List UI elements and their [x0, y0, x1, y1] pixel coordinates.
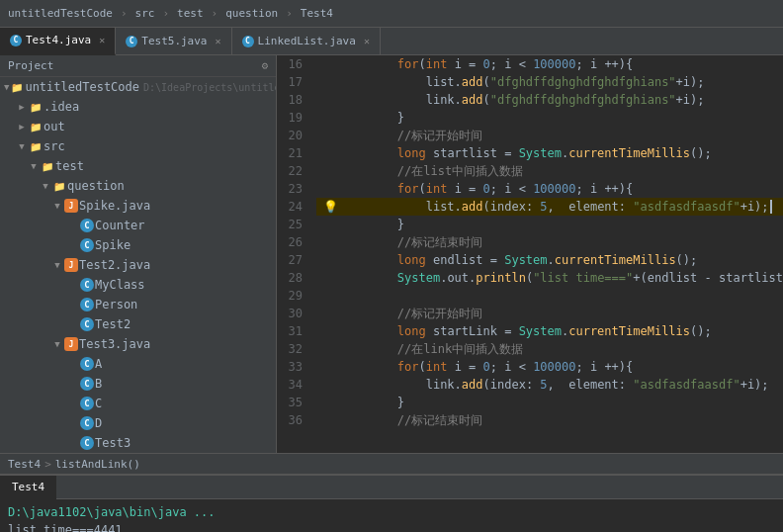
hint-bulb[interactable]: 💡 [320, 198, 340, 216]
code-line-34: link.add(index: 5, element: "asdfasdfaas… [316, 376, 783, 394]
code-line-31: long startLink = System.currentTimeMilli… [316, 322, 783, 340]
breadcrumb-test[interactable]: test [173, 5, 208, 22]
code-line-19: } [316, 109, 783, 127]
line-numbers: 16 17 18 19 20 21 22 23 24 25 26 27 28 2… [277, 55, 316, 453]
test3-java-icon: J [63, 336, 79, 352]
code-line-25: } [316, 216, 783, 233]
tab-test5-icon: C [126, 36, 137, 47]
tab-linkedlist[interactable]: C LinkedList.java ✕ [232, 28, 381, 55]
root-folder-icon: 📁 [9, 79, 25, 95]
tree-src[interactable]: ▼ 📁 src [0, 136, 276, 156]
idea-arrow: ▶ [16, 102, 28, 112]
test-folder-icon: 📁 [40, 158, 55, 174]
breadcrumb-src[interactable]: src [131, 5, 159, 22]
tree-test2-java[interactable]: ▼ J Test2.java [0, 255, 276, 275]
tree-person[interactable]: C Person [0, 295, 276, 314]
ln-20: 20 [277, 127, 308, 144]
tree-test3-class[interactable]: C Test3 [0, 433, 276, 453]
output-path: D:\java1102\java\bin\java ... [8, 505, 216, 519]
tree-class-d[interactable]: C D [0, 413, 276, 433]
test2-class-label: Test2 [95, 317, 130, 331]
tree-spike[interactable]: C Spike [0, 235, 276, 255]
tab-test4-label: Test4.java [26, 34, 91, 46]
code-line-20: //标记开始时间 [316, 127, 783, 144]
cursor [770, 200, 772, 214]
tree-root[interactable]: ▼ 📁 untitledTestCode D:\IdeaProjects\unt… [0, 77, 276, 97]
sidebar-actions: ⚙ [261, 59, 268, 72]
myclass-icon: C [79, 277, 95, 293]
status-sep: > [44, 458, 51, 471]
code-line-35: } [316, 394, 783, 411]
myclass-label: MyClass [95, 278, 145, 292]
code-line-29 [316, 287, 783, 305]
test3-java-label: Test3.java [79, 337, 150, 351]
spike-icon: C [79, 237, 95, 253]
idea-label: .idea [44, 100, 79, 114]
tab-test4-icon: C [10, 35, 22, 46]
tree-class-c[interactable]: C C [0, 394, 276, 413]
code-line-30: //标记开始时间 [316, 305, 783, 322]
ln-18: 18 [277, 91, 308, 109]
status-test4[interactable]: Test4 [8, 458, 41, 471]
ln-16: 16 [277, 55, 308, 73]
class-a-icon: C [79, 356, 95, 372]
code-line-28: System.out.println("list time==="+(endli… [316, 269, 783, 287]
code-line-22: //在list中间插入数据 [316, 162, 783, 180]
tab-test4[interactable]: C Test4.java ✕ [0, 28, 116, 55]
tree-class-b[interactable]: C B [0, 374, 276, 394]
tab-test4-close[interactable]: ✕ [99, 35, 105, 45]
src-folder-icon: 📁 [28, 138, 44, 154]
code-content[interactable]: for(int i = 0; i < 100000; i ++){ list.a… [316, 55, 783, 453]
code-line-16: for(int i = 0; i < 100000; i ++){ [316, 55, 783, 73]
tree-counter[interactable]: C Counter [0, 216, 276, 235]
code-editor[interactable]: 16 17 18 19 20 21 22 23 24 25 26 27 28 2… [277, 55, 783, 453]
tree-idea[interactable]: ▶ 📁 .idea [0, 97, 276, 117]
tree-test3-java[interactable]: ▼ J Test3.java [0, 334, 276, 354]
test3-class-label: Test3 [95, 436, 130, 450]
src-label: src [44, 139, 65, 153]
breadcrumb-untitled[interactable]: untitledTestCode [4, 5, 117, 22]
top-breadcrumb-bar: untitledTestCode › src › test › question… [0, 0, 783, 28]
code-line-32: //在link中间插入数据 [316, 340, 783, 358]
test2-java-arrow: ▼ [51, 260, 63, 270]
bottom-panel: Test4 D:\java1102\java\bin\java ... list… [0, 475, 783, 532]
test3-class-icon: C [79, 435, 95, 451]
tree-myclass[interactable]: C MyClass [0, 275, 276, 295]
test-arrow: ▼ [28, 161, 40, 171]
person-label: Person [95, 298, 137, 311]
output-line-2: list time===4441 [8, 521, 775, 532]
tree-question[interactable]: ▼ 📁 question [0, 176, 276, 196]
tree-spike-java[interactable]: ▼ J Spike.java [0, 196, 276, 216]
ln-21: 21 [277, 144, 308, 162]
tree: ▼ 📁 untitledTestCode D:\IdeaProjects\unt… [0, 77, 276, 453]
tree-out[interactable]: ▶ 📁 out [0, 117, 276, 136]
tab-test5[interactable]: C Test5.java ✕ [116, 28, 231, 55]
sidebar-settings-icon[interactable]: ⚙ [261, 59, 268, 72]
tab-linkedlist-close[interactable]: ✕ [364, 36, 370, 46]
tree-test[interactable]: ▼ 📁 test [0, 156, 276, 176]
ln-19: 19 [277, 109, 308, 127]
out-folder-icon: 📁 [28, 119, 44, 134]
breadcrumb-status-bar: Test4 > listAndLink() [0, 453, 783, 475]
ln-28: 28 [277, 269, 308, 287]
code-line-33: for(int i = 0; i < 100000; i ++){ [316, 358, 783, 376]
ln-30: 30 [277, 305, 308, 322]
status-method[interactable]: listAndLink() [55, 458, 140, 471]
test-label: test [55, 159, 84, 173]
tree-class-a[interactable]: C A [0, 354, 276, 374]
bottom-tab-test4[interactable]: Test4 [0, 476, 56, 499]
question-label: question [67, 179, 125, 193]
breadcrumb-test4[interactable]: Test4 [297, 5, 337, 22]
code-line-17: list.add("dfghdffdghghdfghdfghians"+i); [316, 73, 783, 91]
spike-java-arrow: ▼ [51, 201, 63, 211]
output-line-1: D:\java1102\java\bin\java ... [8, 503, 775, 521]
bottom-tab-bar: Test4 [0, 476, 783, 499]
sidebar-project-label: Project [8, 59, 53, 72]
ln-24: 24 [277, 198, 308, 216]
tree-test2-class[interactable]: C Test2 [0, 314, 276, 334]
test2-java-icon: J [63, 257, 79, 273]
breadcrumb-question[interactable]: question [221, 5, 282, 22]
test2-class-icon: C [79, 316, 95, 332]
question-folder-icon: 📁 [51, 178, 67, 194]
tab-test5-close[interactable]: ✕ [216, 36, 221, 46]
